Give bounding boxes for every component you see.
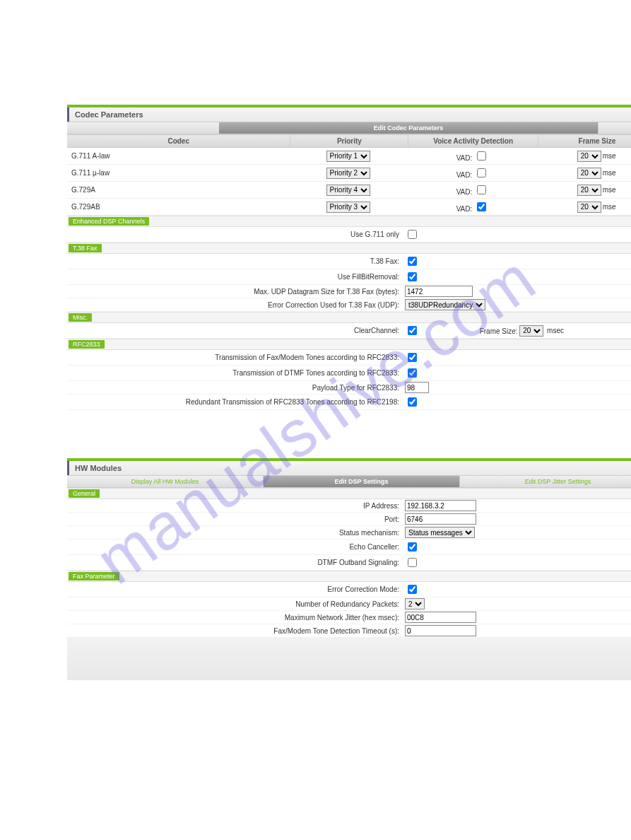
checkbox-g711-only[interactable]: [408, 230, 417, 239]
select-frame-size[interactable]: 20: [577, 202, 601, 213]
select-misc-frame-size[interactable]: 20: [519, 325, 543, 337]
select-priority[interactable]: Priority 1: [326, 151, 370, 162]
label-ip-address: IP Address:: [67, 502, 403, 510]
label-status-mechanism: Status mechanism:: [67, 529, 403, 537]
codec-name: G.711 µ-law: [67, 165, 289, 181]
panel-title-hw: HW Modules: [67, 461, 631, 475]
label-port: Port:: [67, 515, 403, 523]
select-frame-size[interactable]: 20: [577, 185, 601, 196]
label-vad: VAD:: [456, 154, 473, 162]
section-general: General: [69, 489, 100, 498]
panel-title-codec: Codec Parameters: [67, 107, 631, 122]
section-fax-parameter: Fax Parameter: [69, 572, 119, 581]
label-echo-canceller: Echo Canceller:: [67, 543, 403, 551]
label-unit: mse: [603, 186, 616, 194]
tab-edit-dsp-jitter[interactable]: Edit DSP Jitter Settings: [460, 476, 631, 487]
codec-row: G.711 A-lawPriority 1VAD: 20mse: [67, 148, 631, 165]
hw-modules-panel: HW Modules Display All HW Modules Edit D…: [67, 458, 631, 680]
checkbox-fillbit[interactable]: [408, 272, 417, 281]
input-payload-type[interactable]: [405, 382, 429, 393]
label-unit: mse: [603, 169, 616, 177]
header-priority: Priority: [290, 135, 408, 147]
label-payload-type: Payload Type for RFC2833:: [67, 384, 403, 392]
codec-name: G.711 A-law: [67, 148, 289, 164]
select-priority[interactable]: Priority 2: [326, 168, 370, 179]
hw-tabs: Display All HW Modules Edit DSP Settings…: [67, 475, 631, 488]
label-t38-fax: T.38 Fax:: [67, 257, 403, 265]
select-frame-size[interactable]: 20: [577, 151, 601, 162]
tab-edit-dsp-settings[interactable]: Edit DSP Settings: [264, 476, 460, 487]
checkbox-vad[interactable]: [477, 151, 486, 161]
header-frame-size: Frame Size: [538, 135, 631, 147]
label-redundant: Redundant Transmission of RFC2833 Tones …: [67, 398, 403, 406]
label-error-correction-mode: Error Correction Mode:: [67, 585, 403, 593]
label-clearchannel: ClearChannel:: [354, 327, 399, 334]
codec-row: G.711 µ-lawPriority 2VAD: 20mse: [67, 165, 631, 182]
tab-display-hw-modules[interactable]: Display All HW Modules: [67, 476, 264, 487]
label-unit: mse: [603, 203, 616, 211]
select-redundancy-packets[interactable]: 2: [405, 598, 425, 609]
checkbox-faxmodem-tones[interactable]: [408, 353, 417, 362]
checkbox-dtmf-outband[interactable]: [408, 558, 417, 567]
label-tone-timeout: Fax/Modem Tone Detection Timeout (s):: [67, 627, 403, 635]
label-redundancy-packets: Number of Redundancy Packets:: [67, 600, 403, 608]
checkbox-vad[interactable]: [477, 185, 486, 194]
label-vad: VAD:: [456, 188, 473, 196]
label-unit: mse: [603, 152, 616, 160]
codec-row: G.729APriority 4VAD: 20mse: [67, 182, 631, 199]
input-ip-address[interactable]: [405, 500, 476, 511]
label-dtmf-outband: DTMF Outband Signaling:: [67, 559, 403, 566]
label-fillbit: Use FillBitRemoval:: [67, 273, 403, 281]
label-vad: VAD:: [456, 171, 473, 179]
label-err-corr: Error Correction Used for T.38 Fax (UDP)…: [67, 301, 403, 309]
checkbox-error-correction-mode[interactable]: [408, 585, 417, 594]
codec-name: G.729A: [67, 182, 289, 198]
label-max-udp: Max. UDP Datagram Size for T.38 Fax (byt…: [67, 288, 403, 296]
label-misc-frame-size: Frame Size:: [480, 327, 518, 334]
label-max-jitter: Maximum Network Jitter (hex msec):: [67, 614, 403, 622]
codec-parameters-panel: Codec Parameters Edit Codec Parameters C…: [67, 105, 631, 410]
section-misc: Misc.: [69, 313, 92, 322]
input-tone-timeout[interactable]: [405, 625, 476, 636]
codec-tabs: Edit Codec Parameters: [67, 122, 631, 134]
codec-name: G.729AB: [67, 199, 289, 215]
section-rfc2833: RFC2833: [69, 340, 105, 349]
header-codec: Codec: [67, 135, 290, 147]
checkbox-vad[interactable]: [477, 168, 486, 177]
select-status-mechanism[interactable]: Status messages: [405, 527, 475, 538]
section-enhanced-dsp: Enhanced DSP Channels: [69, 217, 149, 226]
select-priority[interactable]: Priority 4: [326, 185, 370, 196]
input-max-udp[interactable]: [405, 286, 473, 297]
section-t38-fax: T.38 Fax: [69, 244, 102, 252]
input-max-jitter[interactable]: [405, 612, 476, 623]
select-frame-size[interactable]: 20: [577, 168, 601, 179]
input-port[interactable]: [405, 513, 476, 525]
label-g711-only: Use G.711 only: [67, 231, 403, 238]
select-err-corr[interactable]: t38UDPRedundancy: [405, 299, 485, 310]
checkbox-echo-canceller[interactable]: [408, 542, 417, 552]
label-vad: VAD:: [456, 205, 473, 213]
checkbox-redundant[interactable]: [408, 397, 417, 407]
tab-edit-codec-parameters[interactable]: Edit Codec Parameters: [219, 122, 599, 134]
codec-column-headers: Codec Priority Voice Activity Detection …: [67, 134, 631, 148]
select-priority[interactable]: Priority 3: [326, 202, 370, 213]
checkbox-dtmf-tones[interactable]: [408, 368, 417, 378]
codec-row: G.729ABPriority 3VAD: 20mse: [67, 199, 631, 216]
label-dtmf-tones: Transmission of DTMF Tones according to …: [67, 369, 403, 377]
header-vad: Voice Activity Detection: [408, 135, 538, 147]
checkbox-clearchannel[interactable]: [408, 326, 417, 335]
label-msec: msec: [547, 327, 564, 334]
label-faxmodem-tones: Transmission of Fax/Modem Tones accordin…: [67, 354, 403, 361]
checkbox-vad[interactable]: [477, 202, 486, 211]
checkbox-t38-fax[interactable]: [408, 257, 417, 266]
